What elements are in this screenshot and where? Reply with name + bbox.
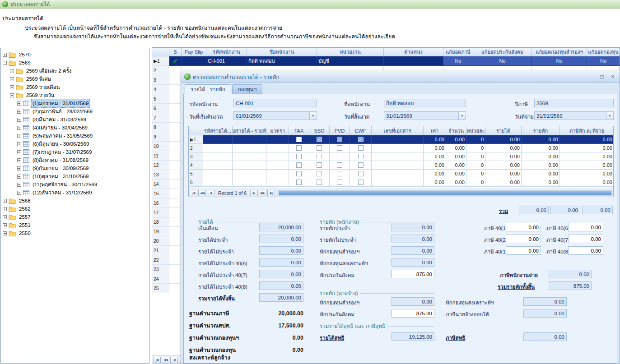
income-cell[interactable]: 0.00: [485, 178, 522, 187]
chevron-down-icon[interactable]: ▼: [458, 112, 466, 120]
detail-grid-column-header[interactable]: มาตรา: [266, 126, 289, 135]
detail-row[interactable]: ▶10.000.0000.000.000.00: [189, 135, 613, 144]
income-name-cell[interactable]: [233, 161, 266, 170]
tree-item[interactable]: −2569 รายวัน: [1, 91, 149, 99]
deduction-cell[interactable]: 0.00: [522, 135, 560, 144]
tree-item[interactable]: −2569: [1, 59, 149, 67]
per-unit-cell[interactable]: 0: [466, 161, 485, 170]
tree-item-label[interactable]: 2562: [18, 206, 32, 212]
expand-icon[interactable]: +: [10, 69, 14, 73]
detail-grid-column-header[interactable]: รหัสรายได้...: [203, 126, 233, 135]
tree-item[interactable]: +2550: [1, 229, 149, 237]
qty-cell[interactable]: 0.00: [446, 144, 466, 152]
section-cell[interactable]: [266, 135, 289, 144]
section-cell[interactable]: [266, 152, 289, 161]
tree-item[interactable]: +(3)มีนาคม - 31/03/2569: [1, 115, 149, 124]
nav-next-button[interactable]: ▶: [250, 190, 258, 196]
income-cell[interactable]: 0.00: [485, 144, 522, 152]
income-code-cell[interactable]: [203, 152, 233, 161]
tree-item-label[interactable]: (6)มิถุนายน - 30/06/2569: [31, 139, 90, 148]
income-code-cell[interactable]: [203, 135, 233, 144]
employee-grid-column-header[interactable]: แก้ยอดภาษี: [443, 48, 473, 56]
tree-item-label[interactable]: (8)สิงหาคม - 31/08/2569: [31, 156, 90, 165]
tree-item[interactable]: +2557: [1, 213, 149, 221]
pay-date-dropdown[interactable]: 31/01/2569▼: [534, 111, 614, 120]
nav-prev-page-button[interactable]: ◀◀: [198, 190, 206, 196]
section-cell[interactable]: [266, 170, 289, 178]
tree-item-label[interactable]: (10)ตุลาคม - 31/10/2569: [31, 172, 90, 181]
tree-item[interactable]: +2551: [1, 221, 149, 229]
expand-icon[interactable]: +: [3, 223, 7, 227]
expand-icon[interactable]: +: [17, 150, 21, 154]
deduction-cell[interactable]: 0.00: [522, 178, 560, 187]
employee-grid-column-header[interactable]: ตำแหน่ง: [384, 48, 443, 56]
sso-checkbox[interactable]: [317, 162, 322, 168]
scrollbar-thumb[interactable]: [279, 191, 611, 195]
times-cell[interactable]: 0.00: [424, 135, 446, 144]
tree-item[interactable]: +(2)กุมภาพันธ์ - 28/02/2569: [1, 107, 149, 115]
per-unit-cell[interactable]: 0: [466, 178, 485, 187]
section-cell[interactable]: [266, 144, 289, 152]
tree-item-label[interactable]: (1)มกราคม - 31/01/2569: [31, 99, 90, 108]
ewf-checkbox[interactable]: [358, 180, 364, 185]
tree-item[interactable]: +(8)สิงหาคม - 31/08/2569: [1, 156, 149, 164]
tree-item-label[interactable]: (12)ธันวาคม - 31/12/2569: [31, 188, 93, 197]
income-cell[interactable]: 0.00: [485, 161, 522, 170]
ewf-checkbox[interactable]: [358, 162, 364, 168]
expand-icon[interactable]: +: [17, 134, 21, 138]
income-code-cell[interactable]: [203, 144, 233, 152]
tree-item[interactable]: +2562: [1, 205, 149, 213]
qty-cell[interactable]: 0.00: [446, 170, 466, 178]
tree-item[interactable]: +(4)เมษายน - 30/04/2569: [1, 124, 149, 132]
nav-first-button[interactable]: |◀: [190, 190, 197, 196]
collapse-icon[interactable]: −: [3, 61, 7, 65]
expand-icon[interactable]: +: [17, 175, 21, 179]
tree-item[interactable]: +(10)ตุลาคม - 31/10/2569: [1, 172, 149, 180]
per-unit-cell[interactable]: 0: [466, 170, 485, 178]
expand-icon[interactable]: +: [17, 191, 21, 195]
employee-grid-column-header[interactable]: S: [169, 48, 182, 56]
tax-checkbox[interactable]: [296, 137, 302, 142]
employer-deduction-value[interactable]: 875.00: [392, 309, 434, 318]
qty-cell[interactable]: 0.00: [446, 178, 466, 187]
tax-checkbox[interactable]: [296, 180, 302, 185]
tree-item[interactable]: +(7)กรกฎาคม - 31/07/2569: [1, 148, 149, 156]
tree-item-label[interactable]: 2569 รายเดือน: [25, 83, 61, 92]
times-cell[interactable]: 0.00: [424, 178, 446, 187]
doc-no-cell[interactable]: [372, 161, 424, 170]
tax-checkbox[interactable]: [296, 145, 302, 151]
sso-checkbox[interactable]: [317, 145, 322, 151]
restore-icon[interactable]: □: [598, 74, 606, 80]
expand-icon[interactable]: +: [10, 85, 14, 89]
doc-no-cell[interactable]: [372, 144, 424, 152]
wht-cell[interactable]: 0.00: [560, 161, 614, 170]
tax-40-input[interactable]: 0.00: [568, 223, 603, 231]
tree-item-label[interactable]: (5)พฤษภาคม - 31/05/2569: [31, 131, 94, 140]
times-cell[interactable]: 0.00: [424, 170, 446, 178]
detail-grid-column-header[interactable]: ชื่อรายได้ - รายหัก: [233, 126, 266, 135]
times-cell[interactable]: 0.00: [424, 161, 446, 170]
tree-item[interactable]: +(5)พฤษภาคม - 31/05/2569: [1, 132, 149, 140]
pvd-checkbox[interactable]: [337, 137, 342, 142]
tree-item[interactable]: +2570: [1, 51, 149, 59]
tax-checkbox[interactable]: [296, 154, 302, 159]
tree-item-label[interactable]: 2568: [18, 198, 32, 204]
employee-grid-column-header[interactable]: แก้ยอดกองทุน: [587, 48, 620, 56]
income-code-cell[interactable]: [203, 178, 233, 187]
tax-year-field[interactable]: 2569: [534, 99, 614, 107]
sso-checkbox[interactable]: [317, 154, 322, 159]
expand-icon[interactable]: +: [3, 231, 7, 235]
expand-icon[interactable]: +: [3, 207, 7, 211]
per-unit-cell[interactable]: 0: [466, 144, 485, 152]
section-cell[interactable]: [266, 178, 289, 187]
expand-icon[interactable]: +: [3, 53, 7, 57]
ewf-checkbox[interactable]: [358, 137, 364, 142]
tree-item-label[interactable]: (9)กันยายน - 30/09/2569: [31, 164, 90, 173]
expand-icon[interactable]: +: [17, 118, 21, 122]
tree-item-label[interactable]: 2569 เดือนละ 2 ครั้ง: [25, 66, 73, 75]
tax-40-input[interactable]: 0.00: [506, 223, 541, 231]
detail-grid-column-header[interactable]: หน่วยละ: [466, 126, 485, 135]
tax-checkbox[interactable]: [296, 162, 302, 168]
expand-icon[interactable]: +: [17, 126, 21, 130]
income-cell[interactable]: 0.00: [485, 152, 522, 161]
